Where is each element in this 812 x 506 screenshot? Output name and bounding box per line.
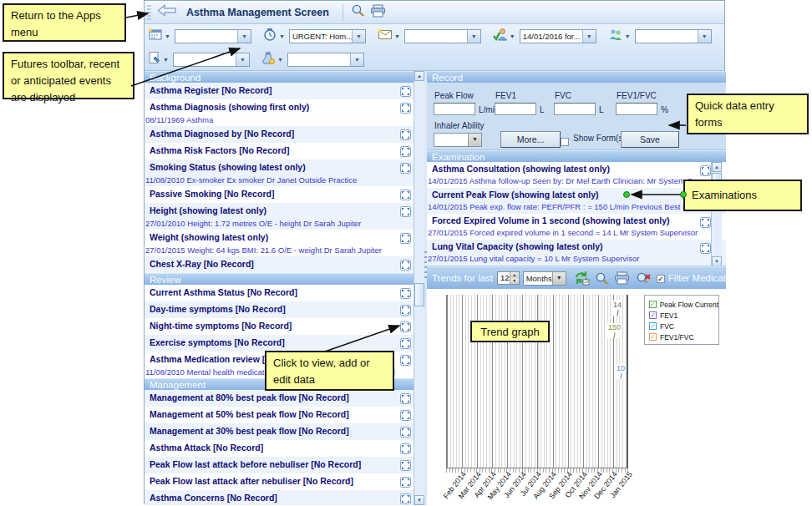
back-button[interactable] [155,3,180,21]
calendar-combo[interactable]: ▼ [175,29,251,43]
expand-icon[interactable] [400,162,411,173]
dropdown-caret[interactable]: ▼ [163,57,169,63]
expand-icon[interactable] [700,242,711,253]
patients-combo[interactable]: ▼ [635,29,712,43]
dropdown-caret[interactable]: ▼ [625,33,631,39]
expand-icon[interactable] [400,493,411,503]
list-item: Lung Vital Capacity (showing latest only… [427,240,726,266]
combo-arrow[interactable]: ▼ [467,30,480,43]
period-unit-select[interactable]: Months▼ [523,271,566,286]
spin-up-arrow[interactable]: ▲ [510,272,519,278]
expand-icon[interactable] [400,392,411,403]
fvc-label: FVC [555,91,571,100]
app-window: Asthma Management Screen ▼ ▼ ▼ URGENT: H… [144,0,725,504]
list-item: Peak Flow last attack after nebuliser [N… [145,473,414,490]
scroll-thumb[interactable] [414,283,424,306]
dropdown-arrow[interactable]: ▼ [468,134,481,146]
combo-arrow[interactable]: ▼ [350,53,363,66]
scroll-down-arrow[interactable]: ▼ [414,495,424,505]
show-forms-checkbox[interactable] [561,134,569,149]
toolbar-row-2: ▼ ▼ ▼ ▼ [145,48,724,71]
fev1-fvc-input[interactable] [616,103,657,115]
expand-icon[interactable] [400,205,411,216]
person-check-icon[interactable] [493,28,508,44]
urgent-combo[interactable]: URGENT: Hom...▼ [289,29,366,43]
zoom-reset-icon[interactable] [635,271,652,286]
expand-icon[interactable] [400,189,411,200]
expand-icon[interactable] [400,102,411,113]
trends-title: Trends for last [432,273,493,283]
medication-icon[interactable] [261,51,276,68]
scroll-up-arrow[interactable]: ▲ [414,71,424,81]
preview-button[interactable] [348,3,368,22]
expand-icon[interactable] [400,476,411,487]
refresh-chart-icon[interactable] [573,271,590,286]
dropdown-caret[interactable]: ▼ [277,57,283,63]
expand-icon[interactable] [400,85,411,96]
expand-icon[interactable] [400,145,411,156]
expand-icon[interactable] [700,164,711,175]
expand-icon[interactable] [400,304,411,315]
inhaler-ability-select[interactable]: ▼ [434,133,482,147]
dropdown-caret[interactable]: ▼ [279,33,285,39]
combo-arrow[interactable]: ▼ [236,53,249,66]
spin-down-arrow[interactable]: ▼ [510,278,519,284]
combo-arrow[interactable]: ▼ [698,30,711,43]
filter-medication-checkbox[interactable]: ✓ [657,271,665,286]
medication-combo[interactable]: ▼ [287,53,364,67]
dropdown-arrow[interactable]: ▼ [552,272,566,285]
dropdown-caret[interactable]: ▼ [394,33,400,39]
expand-icon[interactable] [400,443,411,453]
print-icon[interactable] [614,271,630,285]
expand-icon[interactable] [400,409,411,420]
left-scrollbar[interactable]: ▲ ▼ [414,71,424,505]
expand-icon[interactable] [400,459,411,470]
combo-arrow[interactable]: ▼ [582,30,596,43]
dropdown-caret[interactable]: ▼ [165,33,170,39]
scroll-up-arrow[interactable]: ▲ [712,162,722,172]
fvc-input[interactable] [554,103,596,115]
period-spinner[interactable]: 12▲▼ [497,271,520,285]
expand-icon[interactable] [400,337,411,348]
list-item: Peak Flow last attack before nebuliser [… [145,457,414,473]
more-button[interactable]: More... [500,131,561,148]
filter-medication-label: Filter Medication [668,273,726,283]
clock-icon[interactable] [263,28,277,44]
legend-checkbox[interactable]: ✓ [649,311,657,319]
futures-toolbar: ▼ ▼ ▼ URGENT: Hom...▼ ▼ ▼ ▼ 14/01/2016 f… [145,24,724,71]
examination-scrollbar[interactable]: ▲ ▼ [711,162,722,266]
print-button[interactable] [368,3,388,22]
save-button[interactable]: Save [621,131,679,148]
expand-icon[interactable] [400,232,411,243]
patients-group: ▼ ▼ [608,28,712,44]
peak-flow-input[interactable] [434,103,475,115]
legend-checkbox[interactable]: ✓ [649,322,657,330]
people-icon[interactable] [608,28,623,44]
combo-arrow[interactable]: ▼ [352,30,365,43]
mail-icon[interactable] [378,28,393,43]
expand-icon[interactable] [400,259,411,270]
urgent-group: ▼ URGENT: Hom...▼ [263,28,366,44]
expand-icon[interactable] [400,287,411,298]
scroll-down-arrow[interactable]: ▼ [712,256,722,266]
note-icon[interactable] [148,51,161,68]
expand-icon[interactable] [400,321,411,331]
medication-group: ▼ ▼ [261,51,364,68]
dropdown-caret[interactable]: ▼ [510,33,515,39]
notes-combo[interactable]: ▼ [173,53,250,67]
combo-arrow[interactable]: ▼ [237,30,251,43]
appointment-combo[interactable]: 14/01/2016 for...▼ [520,29,596,43]
expand-icon[interactable] [400,426,411,437]
legend-checkbox[interactable]: ✓ [649,301,657,308]
expand-icon[interactable] [400,129,411,139]
preview-icon[interactable] [595,271,609,286]
messages-group: ▼ ▼ [378,28,481,43]
legend-checkbox[interactable]: ✓ [649,333,657,341]
expand-icon[interactable] [700,216,711,227]
list-item: Asthma Attack [No Record] [145,440,414,457]
calendar-icon[interactable] [148,28,163,44]
inhaler-ability-label: Inhaler Ability [434,121,484,130]
mail-combo[interactable]: ▼ [404,29,481,43]
expand-icon[interactable] [400,354,411,365]
fev1-input[interactable] [495,103,536,115]
